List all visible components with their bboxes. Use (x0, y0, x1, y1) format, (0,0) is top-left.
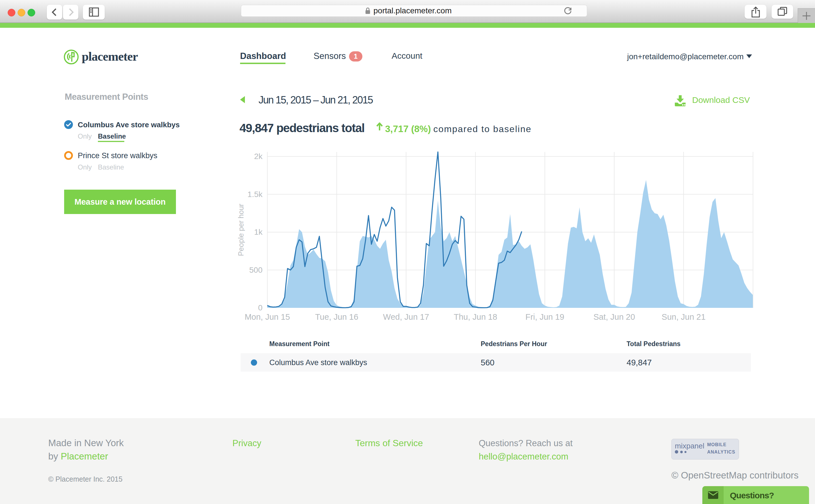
svg-text:0: 0 (258, 303, 263, 312)
svg-text:Thu, Jun 18: Thu, Jun 18 (454, 312, 497, 321)
svg-text:1.5k: 1.5k (248, 190, 263, 199)
svg-text:Wed, Jun 17: Wed, Jun 17 (383, 312, 429, 321)
svg-text:2k: 2k (254, 152, 263, 161)
svg-text:1k: 1k (254, 228, 263, 236)
svg-text:500: 500 (249, 266, 263, 274)
svg-text:Tue, Jun 16: Tue, Jun 16 (315, 312, 358, 321)
svg-text:Sun, Jun 21: Sun, Jun 21 (662, 312, 706, 321)
svg-text:People per hour: People per hour (237, 204, 245, 256)
svg-text:Fri, Jun 19: Fri, Jun 19 (525, 312, 564, 321)
svg-text:Sat, Jun 20: Sat, Jun 20 (593, 312, 635, 321)
svg-text:Mon, Jun 15: Mon, Jun 15 (245, 312, 290, 321)
